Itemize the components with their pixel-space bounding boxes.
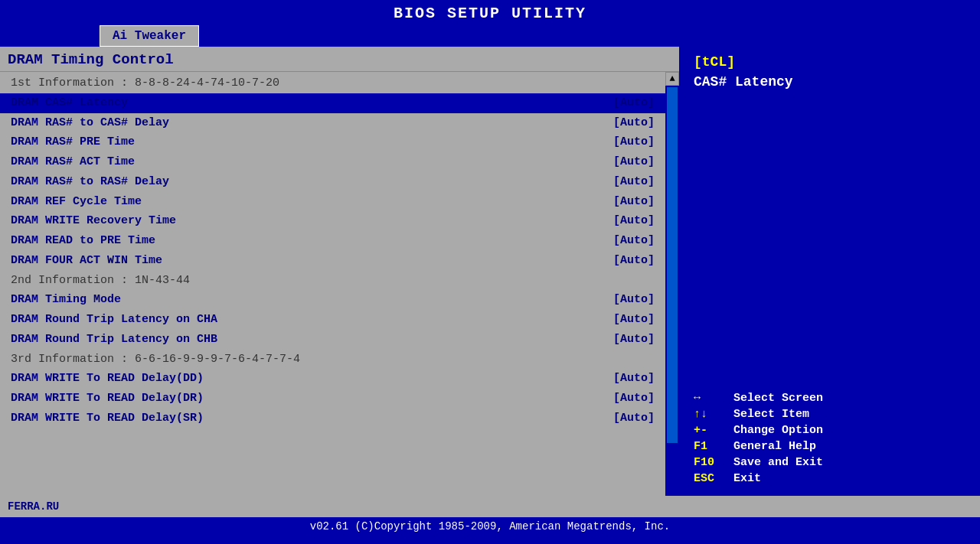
menu-item-label-9: DRAM FOUR ACT WIN Time	[11, 252, 162, 269]
key-legend: ↔Select Screen↑↓Select Item+-Change Opti…	[694, 392, 968, 488]
copyright-bar: v02.61 (C)Copyright 1985-2009, American …	[0, 517, 980, 539]
menu-item-value-11: [Auto]	[613, 292, 655, 308]
key-desc-3: General Help	[733, 440, 816, 453]
key-row-3: F1General Help	[694, 440, 968, 453]
menu-item-4[interactable]: DRAM RAS# ACT Time[Auto]	[0, 152, 665, 172]
menu-item-14: 3rd Information : 6-6-16-9-9-9-7-6-4-7-7…	[0, 350, 665, 370]
menu-item-label-1: DRAM CAS# Latency	[11, 95, 128, 112]
menu-item-label-13: DRAM Round Trip Latency on CHB	[11, 331, 217, 348]
menu-item-label-5: DRAM RAS# to RAS# Delay	[11, 174, 169, 191]
key-row-2: +-Change Option	[694, 424, 968, 437]
key-row-4: F10Save and Exit	[694, 456, 968, 469]
main-content: DRAM Timing Control 1st Information : 8-…	[0, 47, 980, 496]
watermark: FERRA.RU	[8, 500, 59, 513]
menu-item-5[interactable]: DRAM RAS# to RAS# Delay[Auto]	[0, 172, 665, 192]
key-row-1: ↑↓Select Item	[694, 408, 968, 421]
menu-item-13[interactable]: DRAM Round Trip Latency on CHB[Auto]	[0, 330, 665, 350]
key-row-0: ↔Select Screen	[694, 392, 968, 405]
menu-item-label-4: DRAM RAS# ACT Time	[11, 154, 135, 171]
menu-item-value-1: [Auto]	[613, 95, 655, 112]
key-sym-0: ↔	[694, 392, 733, 405]
scrollbar: ▲ ▼	[665, 72, 679, 496]
menu-item-3[interactable]: DRAM RAS# PRE Time[Auto]	[0, 132, 665, 152]
help-title: [tCL]	[694, 54, 968, 70]
left-inner: 1st Information : 8-8-8-24-4-74-10-7-20D…	[0, 72, 679, 496]
menu-item-11[interactable]: DRAM Timing Mode[Auto]	[0, 290, 665, 310]
scroll-thumb	[667, 87, 678, 443]
menu-item-value-7: [Auto]	[613, 213, 655, 230]
left-panel-header: DRAM Timing Control	[0, 47, 679, 72]
key-desc-0: Select Screen	[733, 392, 823, 405]
tab-bar: Ai Tweaker	[0, 25, 980, 47]
menu-item-value-3: [Auto]	[613, 134, 655, 151]
key-sym-5: ESC	[694, 472, 733, 485]
key-sym-3: F1	[694, 440, 733, 453]
menu-item-label-2: DRAM RAS# to CAS# Delay	[11, 115, 169, 132]
help-subtitle: CAS# Latency	[694, 74, 968, 90]
left-panel: DRAM Timing Control 1st Information : 8-…	[0, 47, 681, 496]
scroll-up-button[interactable]: ▲	[665, 72, 679, 86]
menu-item-value-12: [Auto]	[613, 311, 655, 328]
menu-item-10: 2nd Information : 1N-43-44	[0, 271, 665, 291]
key-desc-2: Change Option	[733, 424, 823, 437]
menu-item-0: 1st Information : 8-8-8-24-4-74-10-7-20	[0, 73, 665, 93]
menu-item-label-6: DRAM REF Cycle Time	[11, 194, 142, 210]
menu-item-12[interactable]: DRAM Round Trip Latency on CHA[Auto]	[0, 310, 665, 330]
menu-item-label-17: DRAM WRITE To READ Delay(SR)	[11, 410, 204, 427]
menu-item-value-4: [Auto]	[613, 154, 655, 171]
menu-item-value-6: [Auto]	[613, 194, 655, 210]
key-desc-5: Exit	[733, 472, 761, 485]
menu-item-6[interactable]: DRAM REF Cycle Time[Auto]	[0, 192, 665, 212]
menu-item-label-7: DRAM WRITE Recovery Time	[11, 213, 176, 230]
app-title: BIOS SETUP UTILITY	[0, 0, 980, 25]
menu-item-value-13: [Auto]	[613, 331, 655, 348]
menu-list: 1st Information : 8-8-8-24-4-74-10-7-20D…	[0, 72, 665, 430]
menu-item-2[interactable]: DRAM RAS# to CAS# Delay[Auto]	[0, 113, 665, 133]
menu-item-value-17: [Auto]	[613, 410, 655, 427]
menu-item-label-3: DRAM RAS# PRE Time	[11, 134, 135, 151]
menu-item-1[interactable]: DRAM CAS# Latency[Auto]	[0, 93, 665, 113]
right-panel: [tCL] CAS# Latency ↔Select Screen↑↓Selec…	[681, 47, 980, 496]
menu-item-label-15: DRAM WRITE To READ Delay(DD)	[11, 370, 204, 387]
menu-item-value-15: [Auto]	[613, 370, 655, 387]
scroll-track	[667, 87, 678, 496]
key-sym-2: +-	[694, 424, 733, 437]
menu-item-16[interactable]: DRAM WRITE To READ Delay(DR)[Auto]	[0, 389, 665, 409]
menu-item-label-12: DRAM Round Trip Latency on CHA	[11, 311, 217, 328]
tab-ai-tweaker[interactable]: Ai Tweaker	[100, 25, 199, 47]
menu-item-15[interactable]: DRAM WRITE To READ Delay(DD)[Auto]	[0, 369, 665, 389]
key-sym-1: ↑↓	[694, 408, 733, 421]
menu-item-value-8: [Auto]	[613, 233, 655, 249]
menu-item-label-11: DRAM Timing Mode	[11, 292, 121, 308]
key-desc-1: Select Item	[733, 408, 809, 421]
menu-item-value-2: [Auto]	[613, 115, 655, 132]
menu-item-value-9: [Auto]	[613, 252, 655, 269]
menu-item-label-8: DRAM READ to PRE Time	[11, 233, 155, 249]
menu-item-17[interactable]: DRAM WRITE To READ Delay(SR)[Auto]	[0, 409, 665, 428]
menu-item-7[interactable]: DRAM WRITE Recovery Time[Auto]	[0, 211, 665, 231]
key-sym-4: F10	[694, 456, 733, 469]
menu-item-label-16: DRAM WRITE To READ Delay(DR)	[11, 390, 204, 407]
key-row-5: ESCExit	[694, 472, 968, 485]
menu-item-9[interactable]: DRAM FOUR ACT WIN Time[Auto]	[0, 251, 665, 271]
menu-item-value-5: [Auto]	[613, 174, 655, 191]
key-desc-4: Save and Exit	[733, 456, 823, 469]
menu-item-value-16: [Auto]	[613, 390, 655, 407]
watermark-bar: FERRA.RU	[0, 496, 980, 517]
menu-container: 1st Information : 8-8-8-24-4-74-10-7-20D…	[0, 72, 665, 496]
menu-item-8[interactable]: DRAM READ to PRE Time[Auto]	[0, 231, 665, 251]
